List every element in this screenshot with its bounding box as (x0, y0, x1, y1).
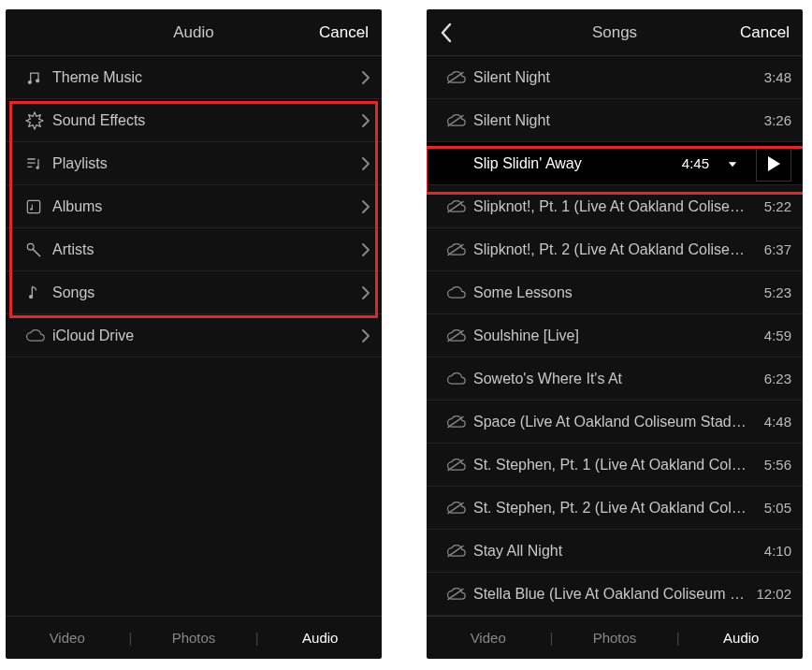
svg-point-6 (29, 295, 33, 299)
music-note-icon (24, 68, 52, 87)
song-title: St. Stephen, Pt. 2 (Live At Oakland Coli… (473, 500, 750, 517)
song-row[interactable]: Stay All Night4:10 (427, 530, 803, 573)
songs-panel: Songs Cancel Silent Night3:48Silent Nigh… (427, 9, 803, 659)
song-title: St. Stephen, Pt. 1 (Live At Oakland Coli… (473, 457, 750, 473)
svg-point-0 (28, 80, 32, 83)
song-row[interactable]: Slipknot!, Pt. 1 (Live At Oakland Colise… (427, 185, 803, 228)
svg-line-8 (448, 115, 464, 126)
song-title: Silent Night (473, 69, 750, 86)
category-row[interactable]: Theme Music (6, 56, 382, 99)
category-row[interactable]: Songs (6, 271, 382, 314)
category-label: Playlists (52, 155, 361, 172)
category-label: Songs (52, 284, 361, 301)
cloud-icon (445, 285, 473, 300)
song-row[interactable]: Stella Blue (Live At Oakland Coliseum St… (427, 573, 803, 616)
song-title: Stay All Night (473, 543, 750, 560)
cloud-off-icon (445, 242, 473, 257)
footer-tab-photos[interactable]: Photos (553, 630, 675, 646)
category-label: Artists (52, 241, 361, 258)
song-title: Slip Slidin' Away (473, 155, 668, 172)
song-duration: 5:05 (750, 500, 791, 516)
svg-line-14 (448, 502, 464, 514)
song-row[interactable]: Some Lessons5:23 (427, 271, 803, 314)
footer-tab-photos[interactable]: Photos (132, 630, 254, 646)
song-row[interactable]: Slip Slidin' Away4:45 (427, 142, 803, 185)
cloud-off-icon (445, 544, 473, 559)
footer-tab-video[interactable]: Video (427, 630, 549, 646)
cloud-off-icon (445, 501, 473, 516)
song-row[interactable]: Slipknot!, Pt. 2 (Live At Oakland Colise… (427, 228, 803, 271)
svg-line-13 (448, 459, 464, 471)
svg-point-1 (36, 79, 39, 82)
category-label: Albums (52, 198, 361, 215)
song-duration: 5:23 (750, 284, 791, 300)
song-row[interactable]: Silent Night3:48 (427, 56, 803, 99)
song-row[interactable]: St. Stephen, Pt. 1 (Live At Oakland Coli… (427, 444, 803, 487)
song-duration: 12:02 (750, 586, 791, 602)
song-title: Some Lessons (473, 284, 750, 301)
category-list: Theme MusicSound EffectsPlaylistsAlbumsA… (6, 56, 382, 616)
category-row[interactable]: Playlists (6, 142, 382, 185)
svg-line-12 (448, 416, 464, 428)
song-row[interactable]: Space (Live At Oakland Coliseum Stadium)… (427, 401, 803, 444)
back-button[interactable] (440, 22, 477, 43)
chevron-right-icon (361, 70, 370, 85)
footer-tabs: Video|Photos|Audio (427, 616, 803, 659)
song-duration: 6:23 (750, 371, 791, 386)
cancel-button[interactable]: Cancel (319, 23, 369, 42)
footer-tabs: Video|Photos|Audio (6, 616, 382, 659)
song-duration: 6:37 (750, 241, 791, 257)
song-duration: 5:56 (750, 457, 791, 473)
svg-line-7 (448, 72, 464, 83)
chevron-right-icon (361, 113, 370, 128)
category-label: Sound Effects (52, 112, 361, 129)
song-duration: 3:26 (750, 112, 791, 128)
cloud-off-icon (445, 113, 473, 128)
song-row[interactable]: Silent Night3:26 (427, 99, 803, 142)
category-row[interactable]: Artists (6, 228, 382, 271)
cloud-off-icon (445, 587, 473, 602)
song-duration: 3:48 (750, 69, 791, 85)
category-row[interactable]: Albums (6, 185, 382, 228)
cancel-button[interactable]: Cancel (740, 23, 790, 42)
cloud-icon (445, 371, 473, 386)
songs-list: Silent Night3:48Silent Night3:26Slip Sli… (427, 56, 803, 616)
song-title: Soulshine [Live] (473, 328, 750, 344)
song-duration: 5:22 (750, 198, 791, 214)
cloud-off-icon (445, 70, 473, 85)
svg-line-11 (448, 330, 464, 342)
category-row[interactable]: iCloud Drive (6, 314, 382, 357)
svg-line-15 (448, 546, 464, 557)
audio-categories-panel: Audio Cancel Theme MusicSound EffectsPla… (6, 9, 382, 659)
svg-point-4 (30, 208, 33, 211)
single-note-icon (24, 284, 52, 302)
burst-icon (24, 110, 52, 131)
song-title: Slipknot!, Pt. 1 (Live At Oakland Colise… (473, 198, 750, 215)
svg-line-16 (448, 589, 464, 600)
category-row[interactable]: Sound Effects (6, 99, 382, 142)
cloud-off-icon (445, 328, 473, 343)
chevron-right-icon (361, 242, 370, 257)
category-label: iCloud Drive (52, 328, 361, 344)
cloud-icon (24, 328, 52, 343)
chevron-right-icon (361, 285, 370, 300)
svg-rect-3 (27, 200, 39, 212)
microphone-icon (24, 240, 52, 259)
download-button[interactable] (715, 146, 750, 182)
footer-tab-audio[interactable]: Audio (680, 630, 803, 646)
song-duration: 4:59 (750, 328, 791, 343)
song-duration: 4:45 (668, 155, 709, 171)
chevron-right-icon (361, 328, 370, 343)
song-title: Stella Blue (Live At Oakland Coliseum St… (473, 586, 750, 603)
play-button[interactable] (756, 146, 791, 182)
chevron-right-icon (361, 156, 370, 171)
footer-tab-audio[interactable]: Audio (259, 630, 382, 646)
song-duration: 4:10 (750, 543, 791, 559)
category-label: Theme Music (52, 69, 361, 86)
song-row[interactable]: St. Stephen, Pt. 2 (Live At Oakland Coli… (427, 487, 803, 530)
song-row[interactable]: Soulshine [Live]4:59 (427, 314, 803, 357)
song-title: Slipknot!, Pt. 2 (Live At Oakland Colise… (473, 241, 750, 258)
cloud-off-icon (445, 415, 473, 430)
footer-tab-video[interactable]: Video (6, 630, 128, 646)
song-row[interactable]: Soweto's Where It's At6:23 (427, 357, 803, 401)
